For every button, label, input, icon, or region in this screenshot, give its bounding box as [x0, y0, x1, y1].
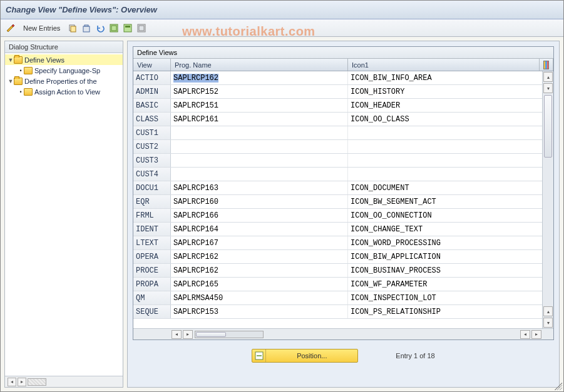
deselect-all-icon[interactable] — [136, 23, 146, 33]
cell-prog[interactable]: SAPLRCP165 — [171, 278, 348, 291]
cell-icon[interactable]: ICON_INSPECTION_LOT — [348, 291, 542, 304]
cell-icon[interactable]: ICON_BW_SEGMENT_ACT — [348, 195, 542, 208]
collapse-icon[interactable]: ▼ — [8, 78, 14, 84]
scroll-right-icon[interactable]: ▸ — [18, 378, 26, 386]
delete-icon[interactable] — [81, 23, 91, 33]
table-row[interactable]: LTEXTSAPLRCP167ICON_WORD_PROCESSING — [133, 236, 542, 250]
table-row[interactable]: SEQUESAPLRCP153ICON_PS_RELATIONSHIP — [133, 305, 542, 319]
cell-view[interactable]: ADMIN — [133, 85, 171, 98]
cell-icon[interactable]: ICON_OO_CLASS — [348, 113, 542, 126]
vscroll-track[interactable] — [543, 94, 553, 306]
cell-view[interactable]: CUST2 — [133, 140, 171, 153]
table-row[interactable]: QMSAPLRMSA450ICON_INSPECTION_LOT — [133, 291, 542, 305]
cell-icon[interactable]: ICON_BIW_APPLICATION — [348, 250, 542, 263]
cell-icon[interactable]: ICON_OO_CONNECTION — [348, 209, 542, 222]
cell-prog[interactable]: SAPLRCP164 — [171, 223, 348, 236]
cell-view[interactable]: ACTIO — [133, 71, 171, 84]
scroll-up2-icon[interactable]: ▴ — [543, 306, 553, 316]
cell-prog[interactable] — [171, 140, 348, 153]
vscroll-thumb[interactable] — [544, 95, 552, 158]
cell-prog[interactable] — [171, 126, 348, 139]
table-row[interactable]: PROCESAPLRCP162ICON_BUSINAV_PROCESS — [133, 264, 542, 278]
table-row[interactable]: IDENTSAPLRCP164ICON_CHANGE_TEXT — [133, 223, 542, 236]
hscroll-right2-icon[interactable]: ▸ — [531, 330, 541, 339]
cell-view[interactable]: FRML — [133, 209, 171, 222]
scroll-track[interactable] — [28, 378, 46, 386]
hscroll-thumb[interactable] — [196, 332, 226, 337]
expand-icon[interactable]: • — [18, 68, 24, 74]
cell-prog[interactable]: SAPLRCP161 — [171, 113, 348, 126]
copy-icon[interactable] — [68, 23, 78, 33]
cell-prog[interactable]: SAPLRCP166 — [171, 209, 348, 222]
expand-icon[interactable]: • — [18, 89, 24, 95]
cell-view[interactable]: PROCE — [133, 264, 171, 277]
cell-view[interactable]: CUST3 — [133, 154, 171, 167]
cell-prog[interactable]: SAPLRCP162 — [171, 71, 348, 84]
cell-prog[interactable]: SAPLRMSA450 — [171, 291, 348, 304]
cell-view[interactable]: CLASS — [133, 113, 171, 126]
tree-node[interactable]: ▼Define Properties of the — [5, 76, 123, 86]
cell-icon[interactable]: ICON_BUSINAV_PROCESS — [348, 264, 542, 277]
table-row[interactable]: CUST4 — [133, 168, 542, 181]
hscroll-left-icon[interactable]: ◂ — [172, 330, 182, 339]
table-row[interactable]: FRMLSAPLRCP166ICON_OO_CONNECTION — [133, 209, 542, 223]
cell-icon[interactable]: ICON_BIW_INFO_AREA — [348, 71, 542, 84]
cell-prog[interactable] — [171, 154, 348, 167]
cell-icon[interactable] — [348, 154, 542, 167]
table-row[interactable]: EQRSAPLRCP160ICON_BW_SEGMENT_ACT — [133, 195, 542, 209]
cell-icon[interactable] — [348, 140, 542, 153]
cell-icon[interactable]: ICON_WF_PARAMETER — [348, 278, 542, 291]
scroll-up-icon[interactable]: ▴ — [543, 72, 553, 82]
cell-prog[interactable]: SAPLRCP151 — [171, 99, 348, 112]
cell-view[interactable]: SEQUE — [133, 305, 171, 318]
hscroll-track[interactable] — [195, 331, 264, 338]
hscroll-right-icon[interactable]: ▸ — [183, 330, 193, 339]
position-button[interactable]: Position... — [252, 349, 358, 363]
table-row[interactable]: CUST1 — [133, 126, 542, 140]
cell-prog[interactable]: SAPLRCP152 — [171, 85, 348, 98]
cell-icon[interactable]: ICON_HEADER — [348, 99, 542, 112]
cell-prog[interactable]: SAPLRCP163 — [171, 181, 348, 194]
col-header-prog[interactable]: Prog. Name — [171, 59, 348, 71]
table-row[interactable]: BASICSAPLRCP151ICON_HEADER — [133, 99, 542, 113]
tree-node[interactable]: ▼Define Views — [5, 54, 123, 65]
table-row[interactable]: CUST3 — [133, 154, 542, 168]
cell-icon[interactable]: ICON_WORD_PROCESSING — [348, 236, 542, 249]
cell-view[interactable]: CUST1 — [133, 126, 171, 139]
cell-icon[interactable]: ICON_HISTORY — [348, 85, 542, 98]
cell-icon[interactable]: ICON_CHANGE_TEXT — [348, 223, 542, 236]
cell-prog[interactable]: SAPLRCP167 — [171, 236, 348, 249]
cell-icon[interactable] — [348, 126, 542, 139]
scroll-left-icon[interactable]: ◂ — [8, 378, 16, 386]
cell-prog[interactable]: SAPLRCP162 — [171, 264, 348, 277]
cell-view[interactable]: OPERA — [133, 250, 171, 263]
table-row[interactable]: DOCU1SAPLRCP163ICON_DOCUMENT — [133, 181, 542, 195]
cell-view[interactable]: CUST4 — [133, 168, 171, 181]
select-block-icon[interactable] — [123, 23, 133, 33]
tree-node[interactable]: •Specify Language-Sp — [5, 65, 123, 76]
cell-prog[interactable]: SAPLRCP160 — [171, 195, 348, 208]
cell-view[interactable]: EQR — [133, 195, 171, 208]
table-row[interactable]: CLASSSAPLRCP161ICON_OO_CLASS — [133, 113, 542, 126]
table-row[interactable]: PROPASAPLRCP165ICON_WF_PARAMETER — [133, 278, 542, 291]
hscroll-left2-icon[interactable]: ◂ — [520, 330, 530, 339]
vertical-scrollbar[interactable]: ▴ ▾ ▴ ▾ — [542, 71, 553, 328]
col-header-icon[interactable]: Icon1 — [348, 59, 540, 71]
cell-view[interactable]: IDENT — [133, 223, 171, 236]
resize-handle[interactable] — [555, 383, 562, 390]
cell-view[interactable]: DOCU1 — [133, 181, 171, 194]
select-all-icon[interactable] — [109, 23, 119, 33]
scroll-down-icon[interactable]: ▾ — [543, 83, 553, 93]
table-row[interactable]: CUST2 — [133, 140, 542, 154]
cell-view[interactable]: QM — [133, 291, 171, 304]
scroll-down2-icon[interactable]: ▾ — [543, 318, 553, 328]
cell-view[interactable]: BASIC — [133, 99, 171, 112]
table-row[interactable]: ADMINSAPLRCP152ICON_HISTORY — [133, 85, 542, 99]
cell-prog[interactable]: SAPLRCP162 — [171, 250, 348, 263]
cell-view[interactable]: PROPA — [133, 278, 171, 291]
col-header-view[interactable]: View — [133, 59, 171, 71]
collapse-icon[interactable]: ▼ — [8, 57, 14, 63]
table-row[interactable]: ACTIOSAPLRCP162ICON_BIW_INFO_AREA — [133, 71, 542, 85]
cell-icon[interactable]: ICON_PS_RELATIONSHIP — [348, 305, 542, 318]
cell-icon[interactable]: ICON_DOCUMENT — [348, 181, 542, 194]
